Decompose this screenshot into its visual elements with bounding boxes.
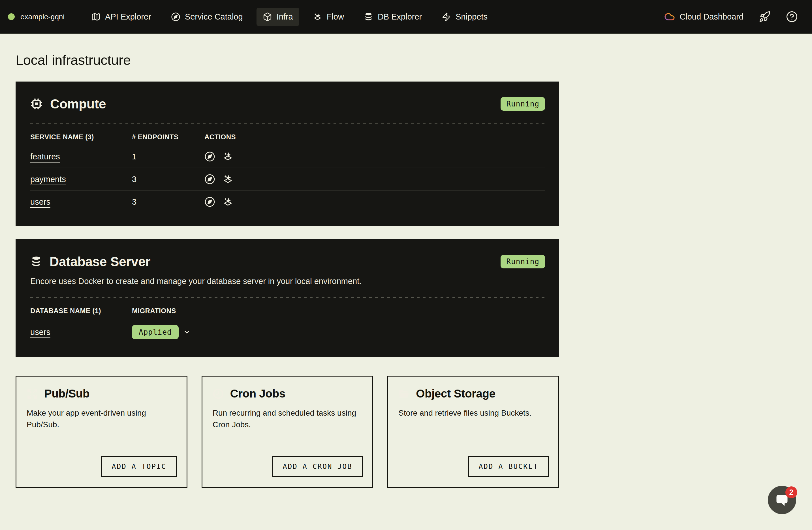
service-row: payments 3	[30, 168, 545, 190]
service-link-users[interactable]: users	[30, 197, 50, 207]
nav-item-label: Flow	[327, 12, 344, 22]
column-database-name: DATABASE NAME (1)	[30, 307, 132, 315]
database-link-users[interactable]: users	[30, 328, 50, 337]
resource-cards-row: Pub/Sub Make your app event-driven using…	[16, 376, 559, 488]
column-endpoints: # ENDPOINTS	[132, 133, 204, 141]
endpoint-count: 3	[132, 175, 204, 184]
service-row: features 1	[30, 145, 545, 168]
object-storage-card: Object Storage Store and retrieve files …	[387, 376, 559, 488]
folder-open-icon	[398, 388, 410, 400]
nav-item-flow[interactable]: Flow	[307, 8, 350, 26]
chevron-down-icon	[183, 328, 190, 336]
migration-status-badge: Applied	[132, 325, 179, 339]
nav-tab-infra[interactable]: Infra	[257, 8, 299, 26]
compute-card: Compute Running SERVICE NAME (3) # ENDPO…	[16, 82, 559, 226]
column-service-name: SERVICE NAME (3)	[30, 133, 132, 141]
clock-icon	[213, 388, 224, 400]
add-cron-job-button[interactable]: ADD A CRON JOB	[272, 456, 363, 477]
flow-sparkle-icon	[313, 12, 322, 22]
page-title: Local infrastructure	[16, 52, 812, 68]
nav-item-db-explorer[interactable]: DB Explorer	[358, 8, 428, 26]
compass-icon	[171, 12, 180, 22]
pubsub-card: Pub/Sub Make your app event-driven using…	[16, 376, 187, 488]
service-row: users 3	[30, 190, 545, 213]
flow-sparkle-icon[interactable]	[222, 151, 233, 162]
service-catalog-icon[interactable]	[204, 151, 215, 162]
nav-item-label: API Explorer	[105, 12, 151, 22]
cpu-icon	[30, 98, 43, 110]
compute-table-header: SERVICE NAME (3) # ENDPOINTS ACTIONS	[30, 124, 545, 145]
database-description: Encore uses Docker to create and manage …	[30, 277, 545, 286]
nav-item-label: Service Catalog	[185, 12, 243, 22]
nav-item-service-catalog[interactable]: Service Catalog	[165, 8, 249, 26]
column-migrations: MIGRATIONS	[132, 307, 545, 315]
zap-icon	[442, 12, 451, 22]
flow-sparkle-icon[interactable]	[222, 197, 233, 207]
database-table-header: DATABASE NAME (1) MIGRATIONS	[30, 298, 545, 319]
migration-status-dropdown[interactable]: Applied	[132, 325, 545, 339]
cron-jobs-title: Cron Jobs	[230, 387, 285, 400]
service-link-payments[interactable]: payments	[30, 175, 66, 184]
database-row: users Applied	[30, 319, 545, 345]
main-content: Local infrastructure Compute Running SER…	[0, 52, 812, 488]
cube-icon	[263, 12, 272, 22]
database-title: Database Server	[49, 254, 150, 269]
map-icon	[91, 12, 101, 22]
project-status-dot	[8, 13, 15, 20]
rocket-icon[interactable]	[759, 11, 771, 23]
object-storage-title: Object Storage	[416, 387, 495, 400]
expand-arrows-icon	[27, 388, 38, 400]
nav-item-api-explorer[interactable]: API Explorer	[85, 8, 157, 26]
cloud-dashboard-link[interactable]: Cloud Dashboard	[664, 7, 743, 27]
service-catalog-icon[interactable]	[204, 174, 215, 185]
top-nav: example-gqni API Explorer Service Catalo…	[0, 0, 812, 34]
nav-item-label: Infra	[277, 12, 293, 22]
cloud-gradient-icon	[664, 11, 675, 22]
cron-jobs-description: Run recurring and scheduled tasks using …	[213, 407, 362, 430]
chat-launcher-button[interactable]: 2	[768, 486, 796, 514]
project-selector[interactable]: example-gqni	[8, 13, 64, 21]
database-server-card: Database Server Running Encore uses Dock…	[16, 239, 559, 357]
database-icon	[364, 12, 373, 22]
nav-item-snippets[interactable]: Snippets	[435, 8, 494, 26]
pubsub-description: Make your app event-driven using Pub/Sub…	[27, 407, 176, 430]
compute-status-badge: Running	[501, 97, 545, 111]
object-storage-description: Store and retrieve files using Buckets.	[398, 407, 548, 419]
pubsub-title: Pub/Sub	[44, 387, 89, 400]
project-name: example-gqni	[20, 13, 64, 21]
flow-sparkle-icon[interactable]	[222, 174, 233, 185]
nav-item-label: DB Explorer	[378, 12, 422, 22]
nav-item-label: Snippets	[455, 12, 488, 22]
endpoint-count: 1	[132, 152, 204, 161]
compute-title: Compute	[50, 96, 106, 112]
endpoint-count: 3	[132, 197, 204, 207]
database-status-badge: Running	[501, 255, 545, 268]
unread-count-badge: 2	[785, 486, 797, 498]
cloud-dashboard-label: Cloud Dashboard	[680, 12, 743, 22]
service-link-features[interactable]: features	[30, 152, 60, 161]
add-topic-button[interactable]: ADD A TOPIC	[101, 456, 177, 477]
nav-items: API Explorer Service Catalog Infra Flow	[85, 8, 494, 26]
add-bucket-button[interactable]: ADD A BUCKET	[468, 456, 549, 477]
cron-jobs-card: Cron Jobs Run recurring and scheduled ta…	[202, 376, 374, 488]
help-circle-icon[interactable]	[786, 11, 798, 23]
column-actions: ACTIONS	[204, 133, 545, 141]
database-icon	[30, 256, 42, 268]
service-catalog-icon[interactable]	[204, 197, 215, 207]
